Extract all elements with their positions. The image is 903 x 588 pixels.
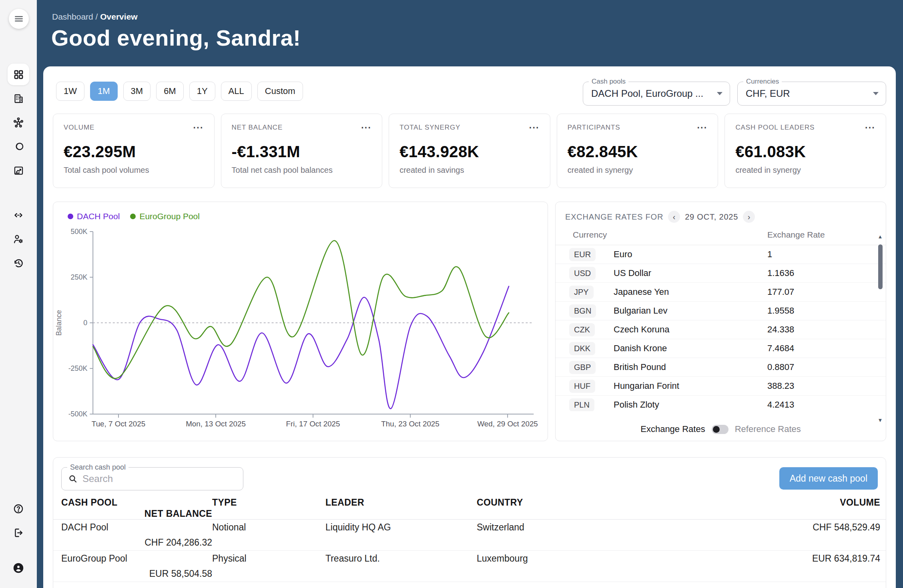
pool-volume: EUR 634,819.74 xyxy=(730,553,880,564)
history-icon xyxy=(13,258,24,269)
exchange-table-body: EUREuro1USDUS Dollar1.1636JPYJapanese Ye… xyxy=(556,245,886,411)
exchange-rate-value: 1 xyxy=(767,249,886,260)
search-input[interactable] xyxy=(82,473,219,484)
menu-button[interactable] xyxy=(9,9,29,29)
stat-card: NET BALANCE···-€1.331MTotal net cash poo… xyxy=(221,114,383,188)
exchange-rate-row: CZKCzech Koruna24.338 xyxy=(556,320,886,339)
add-cash-pool-button[interactable]: Add new cash pool xyxy=(779,467,878,490)
sidebar-item-balances[interactable] xyxy=(6,134,30,158)
chevron-down-icon xyxy=(717,92,722,95)
scroll-up-icon[interactable]: ▲ xyxy=(878,234,883,240)
sidebar-item-structure[interactable] xyxy=(6,110,30,134)
exchange-rate-row: BGNBulgarian Lev1.9558 xyxy=(556,302,886,320)
time-range-chip-1w[interactable]: 1W xyxy=(56,82,84,101)
next-day-button[interactable]: › xyxy=(743,211,755,223)
breadcrumb-overview: Overview xyxy=(100,12,137,21)
stat-title: CASH POOL LEADERS xyxy=(735,124,815,132)
toggle-knob xyxy=(713,426,720,433)
column-header-country: COUNTRY xyxy=(477,497,730,508)
pool-country: Switzerland xyxy=(477,522,730,533)
exchange-table-header: Currency Exchange Rate xyxy=(556,224,886,245)
help-button[interactable] xyxy=(6,497,30,521)
menu-icon xyxy=(14,14,24,24)
search-field[interactable]: Search cash pool xyxy=(61,467,243,490)
breadcrumb: Dashboard / Overview xyxy=(52,12,138,22)
exchange-rate-value: 1.9558 xyxy=(767,306,886,316)
breadcrumb-dashboard[interactable]: Dashboard xyxy=(52,12,93,21)
exchange-rate-value: 177.07 xyxy=(767,287,886,297)
user-gear-icon xyxy=(13,234,24,245)
exchange-rates-toggle-label: Exchange Rates xyxy=(640,424,705,434)
exchange-rate-row: HUFHungarian Forint388.23 xyxy=(556,377,886,396)
toolbar: 1W1M3M6M1YALLCustom Cash pools DACH Pool… xyxy=(53,82,886,106)
pool-net-balance: EUR 58,504.58 xyxy=(61,568,212,579)
logout-button[interactable] xyxy=(6,521,30,545)
pool-name: DACH Pool xyxy=(61,522,212,533)
time-range-chip-1y[interactable]: 1Y xyxy=(189,82,215,101)
currencies-select[interactable]: Currencies CHF, EUR xyxy=(737,82,886,106)
sidebar-item-history[interactable] xyxy=(6,251,30,275)
stat-card-header: NET BALANCE··· xyxy=(232,124,372,132)
exchange-rates-panel: EXCHANGE RATES FOR ‹ 29 OCT, 2025 › Curr… xyxy=(555,202,886,441)
svg-text:Fri, 17 Oct 2025: Fri, 17 Oct 2025 xyxy=(286,420,340,428)
account-button[interactable] xyxy=(6,556,30,580)
coins-icon xyxy=(13,141,24,152)
time-range-chip-6m[interactable]: 6M xyxy=(156,82,184,101)
scroll-down-icon[interactable]: ▼ xyxy=(878,418,883,423)
time-range-chip-3m[interactable]: 3M xyxy=(123,82,151,101)
panels-row: DACH PoolEuroGroup Pool 500K250K0-250K-5… xyxy=(53,202,886,441)
exchange-rates-date: 29 OCT, 2025 xyxy=(685,212,738,222)
sidebar-item-company[interactable] xyxy=(6,86,30,110)
exchange-rate-row: EUREuro1 xyxy=(556,245,886,264)
exchange-scrollbar[interactable]: ▲ ▼ xyxy=(877,234,883,418)
stat-value: €143.928K xyxy=(399,143,540,161)
time-range-chip-all[interactable]: ALL xyxy=(221,82,252,101)
stat-caption: created in savings xyxy=(399,166,540,175)
reference-rates-toggle-label: Reference Rates xyxy=(735,424,801,434)
cash-pools-table-body: DACH PoolNotionalLiquidity HQ AGSwitzerl… xyxy=(61,520,878,582)
sidebar-item-integrations[interactable] xyxy=(6,203,30,227)
balance-chart-panel: DACH PoolEuroGroup Pool 500K250K0-250K-5… xyxy=(53,202,548,441)
sidebar-item-dashboard[interactable] xyxy=(6,62,30,86)
time-range-filter: 1W1M3M6M1YALLCustom xyxy=(56,82,303,101)
column-header-cash-pool: CASH POOL xyxy=(61,497,212,508)
currency-name: Bulgarian Lev xyxy=(614,306,767,316)
more-options-icon[interactable]: ··· xyxy=(361,126,371,130)
time-range-chip-custom[interactable]: Custom xyxy=(257,82,303,101)
exchange-rate-value: 388.23 xyxy=(767,381,886,391)
chart-image-icon xyxy=(13,165,24,176)
stat-card-header: PARTICIPANTS··· xyxy=(568,124,708,132)
scrollbar-thumb[interactable] xyxy=(878,244,883,289)
pool-volume: CHF 548,529.49 xyxy=(730,522,880,533)
more-options-icon[interactable]: ··· xyxy=(865,126,875,130)
stat-caption: created in synergy xyxy=(568,166,708,175)
rates-toggle-switch[interactable] xyxy=(712,425,728,434)
cash-pools-select-value: DACH Pool, EuroGroup ... xyxy=(591,88,713,99)
currency-code-badge: BGN xyxy=(569,304,596,318)
pool-net-balance: CHF 204,286.32 xyxy=(61,537,212,548)
currency-name: British Pound xyxy=(614,362,767,372)
more-options-icon[interactable]: ··· xyxy=(529,126,540,130)
currency-name: Euro xyxy=(614,249,767,260)
currency-code-badge: DKK xyxy=(569,342,595,355)
cash-pool-row[interactable]: EuroGroup PoolPhysicalTreasuro Ltd.Luxem… xyxy=(53,551,886,582)
pool-currency-selectors: Cash pools DACH Pool, EuroGroup ... Curr… xyxy=(583,82,886,106)
more-options-icon[interactable]: ··· xyxy=(697,126,707,130)
currency-code-badge: PLN xyxy=(569,398,594,412)
previous-day-button[interactable]: ‹ xyxy=(668,211,680,223)
currency-name: Danish Krone xyxy=(614,343,767,354)
pool-type: Physical xyxy=(212,553,325,564)
sidebar-item-reports[interactable] xyxy=(6,158,30,182)
sidebar-item-user-settings[interactable] xyxy=(6,227,30,251)
currencies-select-value: CHF, EUR xyxy=(746,88,869,99)
more-options-icon[interactable]: ··· xyxy=(193,126,204,130)
cash-pools-table: CASH POOLTYPELEADERCOUNTRYVOLUMENET BALA… xyxy=(61,497,878,582)
exchange-rate-value: 4.2413 xyxy=(767,400,886,410)
stat-card: PARTICIPANTS···€82.845Kcreated in synerg… xyxy=(557,114,718,188)
pool-leader: Treasuro Ltd. xyxy=(325,553,477,564)
exchange-rates-title: EXCHANGE RATES FOR xyxy=(565,212,663,222)
time-range-chip-1m[interactable]: 1M xyxy=(90,82,118,101)
stat-card-header: VOLUME··· xyxy=(64,124,204,132)
cash-pools-select[interactable]: Cash pools DACH Pool, EuroGroup ... xyxy=(583,82,730,106)
cash-pool-row[interactable]: DACH PoolNotionalLiquidity HQ AGSwitzerl… xyxy=(53,520,886,551)
